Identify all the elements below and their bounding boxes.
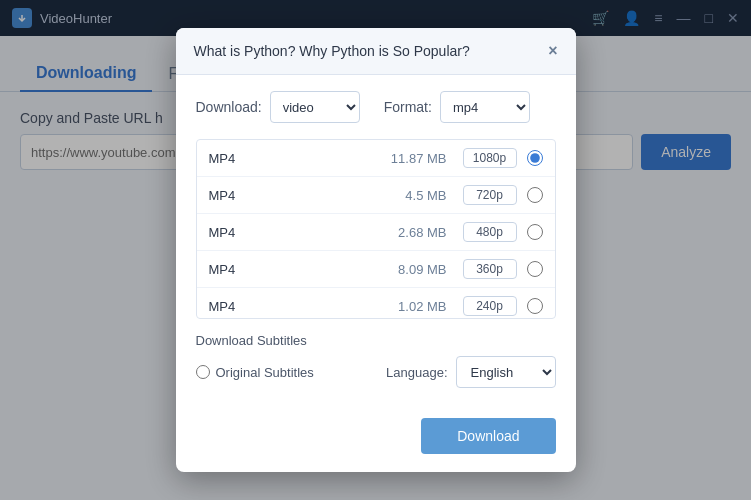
format-radio[interactable] <box>527 224 543 240</box>
language-group: Language: English Spanish French German <box>386 356 555 388</box>
dialog-overlay: What is Python? Why Python is So Popular… <box>0 0 751 500</box>
format-quality: 720p <box>463 185 517 205</box>
format-dialog: What is Python? Why Python is So Popular… <box>176 28 576 472</box>
subtitles-row: Original Subtitles Language: English Spa… <box>196 356 556 388</box>
subtitles-title: Download Subtitles <box>196 333 556 348</box>
format-quality: 360p <box>463 259 517 279</box>
download-type-group: Download: video audio <box>196 91 360 123</box>
format-list: MP4 11.87 MB 1080p MP4 4.5 MB 720p MP4 2… <box>196 139 556 319</box>
format-radio[interactable] <box>527 298 543 314</box>
dialog-body: Download: video audio Format: mp4 mkv we… <box>176 75 576 418</box>
format-size: 1.02 MB <box>269 299 463 314</box>
format-type: MP4 <box>209 151 269 166</box>
dialog-footer: Download <box>176 418 576 472</box>
format-type: MP4 <box>209 299 269 314</box>
format-quality: 480p <box>463 222 517 242</box>
format-quality: 1080p <box>463 148 517 168</box>
dialog-header: What is Python? Why Python is So Popular… <box>176 28 576 75</box>
format-size: 2.68 MB <box>269 225 463 240</box>
format-radio[interactable] <box>527 187 543 203</box>
format-select[interactable]: mp4 mkv webm <box>440 91 530 123</box>
format-group: Format: mp4 mkv webm <box>384 91 530 123</box>
format-label: Format: <box>384 99 432 115</box>
format-row: MP4 8.09 MB 360p <box>197 251 555 288</box>
options-row: Download: video audio Format: mp4 mkv we… <box>196 91 556 123</box>
format-size: 8.09 MB <box>269 262 463 277</box>
dialog-title: What is Python? Why Python is So Popular… <box>194 43 470 59</box>
format-type: MP4 <box>209 225 269 240</box>
format-row: MP4 11.87 MB 1080p <box>197 140 555 177</box>
format-row: MP4 1.02 MB 240p <box>197 288 555 319</box>
subtitles-section: Download Subtitles Original Subtitles La… <box>196 333 556 388</box>
language-label: Language: <box>386 365 447 380</box>
format-size: 4.5 MB <box>269 188 463 203</box>
format-quality: 240p <box>463 296 517 316</box>
format-type: MP4 <box>209 188 269 203</box>
language-select[interactable]: English Spanish French German <box>456 356 556 388</box>
download-label: Download: <box>196 99 262 115</box>
subtitles-left: Original Subtitles <box>196 365 314 380</box>
format-size: 11.87 MB <box>269 151 463 166</box>
original-subtitles-label: Original Subtitles <box>216 365 314 380</box>
format-radio[interactable] <box>527 261 543 277</box>
format-row: MP4 2.68 MB 480p <box>197 214 555 251</box>
format-type: MP4 <box>209 262 269 277</box>
format-radio[interactable] <box>527 150 543 166</box>
dialog-close-button[interactable]: × <box>548 42 557 60</box>
original-subtitles-radio[interactable] <box>196 365 210 379</box>
download-button[interactable]: Download <box>421 418 555 454</box>
format-row: MP4 4.5 MB 720p <box>197 177 555 214</box>
download-type-select[interactable]: video audio <box>270 91 360 123</box>
